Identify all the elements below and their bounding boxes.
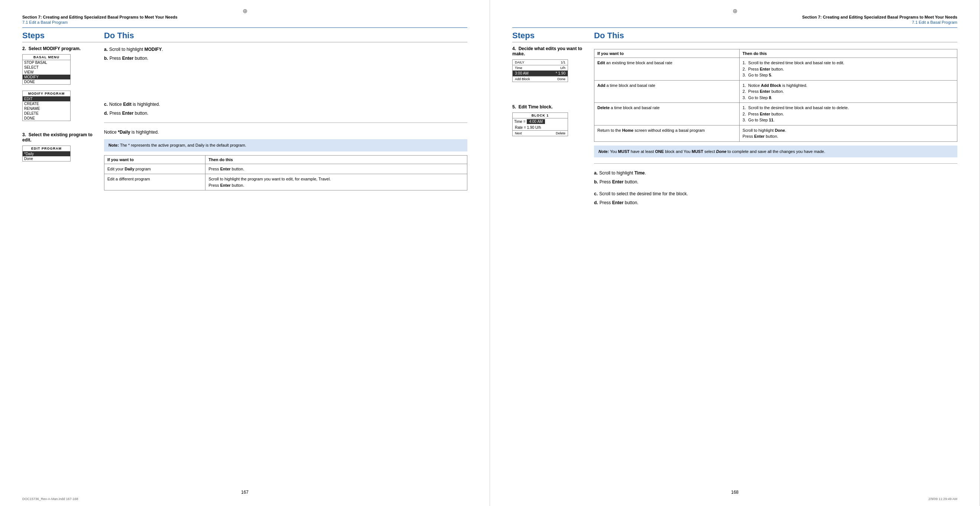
step-2-number: 2. Select MODIFY program. [22, 46, 97, 51]
block1-next: Next [515, 132, 522, 135]
table-row: Return to the Home screen without editin… [594, 125, 957, 141]
table4-header-col2: Then do this [739, 49, 957, 58]
modify-rename: RENAME [23, 106, 70, 111]
step4-note: Note: You MUST have at least ONE block a… [594, 146, 957, 158]
page-167: ⊕ Section 7: Creating and Editing Specia… [0, 0, 490, 506]
col-dothis-header-168: Do This [594, 31, 624, 40]
dothis-column-167: a. Scroll to highlight MODIFY. b. Press … [104, 46, 467, 194]
basal-menu-title: BASAL MENU [23, 55, 70, 60]
step-2-block: 2. Select MODIFY program. BASAL MENU STO… [22, 46, 97, 121]
step5-a: a. Scroll to highlight Time. [594, 170, 957, 176]
crosshair-icon-168: ⊕ [733, 8, 737, 14]
daily-fraction: 1/1 [561, 60, 565, 64]
step5-b: b. Press Enter button. [594, 179, 957, 185]
edit-done: Done [23, 156, 70, 161]
basal-done: DONE [23, 79, 70, 84]
page-number-168: 168 [731, 490, 738, 495]
step3-table: If you want to Then do this Edit your Da… [104, 155, 467, 191]
edit-daily: *Daily [23, 151, 70, 156]
table-row: Add a time block and basal rate 1. Notic… [594, 80, 957, 103]
daily-col1: Time [515, 66, 522, 70]
basal-select: SELECT [23, 65, 70, 70]
steps-column-168: 4. Decide what edits you want to make. D… [512, 46, 594, 208]
table-row: Edit your Daily program Press Enter butt… [104, 164, 467, 174]
step-3-number: 3. Select the existing program to edit. [22, 132, 97, 143]
modify-program-title: MODIFY PROGRAM [23, 91, 70, 97]
modify-create: CREATE [23, 102, 70, 106]
modify-done: DONE [23, 116, 70, 121]
step-3-block: 3. Select the existing program to edit. … [22, 132, 97, 162]
daily-time-row: 3:00 AM * 1.90 [513, 71, 568, 76]
table-row: Edit a different program Scroll to highl… [104, 174, 467, 190]
step2-a: a. Scroll to highlight MODIFY. [104, 46, 467, 53]
table4-header-col1: If you want to [594, 49, 740, 58]
table3-header-col1: If you want to [104, 155, 205, 164]
section-header-168: Section 7: Creating and Editing Speciali… [512, 15, 957, 19]
daily-time: 3:00 AM [515, 71, 529, 75]
step2-b: b. Press Enter button. [104, 55, 467, 62]
table-row: Delete a time block and basal rate 1. Sc… [594, 103, 957, 125]
section-subheader-168: 7.1 Edit a Basal Program [512, 20, 957, 24]
edit-program-screen: EDIT PROGRAM *Daily Done [22, 146, 71, 162]
section-subheader-167: 7.1 Edit a Basal Program [22, 20, 467, 24]
footer-date: 2/9/09 11:29:49 AM [928, 497, 957, 501]
col-steps-header-167: Steps [22, 31, 104, 40]
col-steps-header-168: Steps [512, 31, 594, 40]
block1-screen: BLOCK 1 Time = 4:00 AM Rate = 1.90 U/h N… [512, 113, 568, 136]
daily-done: Done [557, 77, 565, 81]
basal-view: VIEW [23, 70, 70, 75]
step5-c: c. Scroll to select the desired time for… [594, 190, 957, 197]
basal-stop: STOP BASAL [23, 60, 70, 65]
daily-label: DAILY [515, 60, 524, 64]
block1-time-val: 4:00 AM [527, 119, 545, 124]
step4-table: If you want to Then do this Edit an exis… [594, 49, 957, 142]
step-5-block: 5. Edit Time block. BLOCK 1 Time = 4:00 … [512, 104, 587, 136]
page-number-167: 167 [241, 490, 248, 495]
basal-modify: MODIFY [23, 75, 70, 79]
step-4-block: 4. Decide what edits you want to make. D… [512, 46, 587, 82]
crosshair-icon: ⊕ [243, 8, 247, 14]
edit-program-title: EDIT PROGRAM [23, 146, 70, 151]
table3-header-col2: Then do this [205, 155, 467, 164]
steps-column-167: 2. Select MODIFY program. BASAL MENU STO… [22, 46, 104, 194]
modify-program-screen: MODIFY PROGRAM EDIT CREATE RENAME DELETE… [22, 90, 71, 121]
daily-screen: DAILY 1/1 Time U/h 3:00 AM * 1.90 Add Bl… [512, 59, 568, 82]
basal-menu-screen: BASAL MENU STOP BASAL SELECT VIEW MODIFY… [22, 54, 71, 85]
col-dothis-header-167: Do This [104, 31, 134, 40]
daily-rate: * 1.90 [556, 71, 565, 75]
step3-notice: Notice *Daily is highlighted. [104, 129, 467, 135]
section-header-167: Section 7: Creating and Editing Speciali… [22, 15, 467, 19]
block1-rate-row: Rate = 1.90 U/h [513, 125, 568, 130]
modify-delete: DELETE [23, 111, 70, 116]
block1-delete: Delete [556, 132, 565, 135]
step-5-number: 5. Edit Time block. [512, 104, 587, 109]
dothis-column-168: If you want to Then do this Edit an exis… [594, 46, 957, 208]
daily-add-block: Add Block [515, 77, 530, 81]
block1-time-row: Time = 4:00 AM [513, 119, 568, 125]
daily-col2: U/h [560, 66, 565, 70]
block1-time-label: Time = [514, 119, 525, 124]
step-4-number: 4. Decide what edits you want to make. [512, 46, 587, 56]
step5-d: d. Press Enter button. [594, 199, 957, 206]
page-168: ⊕ Section 7: Creating and Editing Specia… [490, 0, 980, 506]
step5-dothis: a. Scroll to highlight Time. b. Press En… [594, 170, 957, 206]
modify-edit: EDIT [23, 97, 70, 102]
step2-c: c. Notice Edit is highlighted. [104, 101, 467, 108]
table-row: Edit an existing time block and basal ra… [594, 58, 957, 81]
block1-title: BLOCK 1 [513, 113, 568, 119]
step2-d: d. Press Enter button. [104, 110, 467, 117]
footer-doc: DOC15736_Rev-A-Man.indd 167-168 [22, 497, 78, 501]
step3-note: Note: The * represents the active progra… [104, 139, 467, 151]
